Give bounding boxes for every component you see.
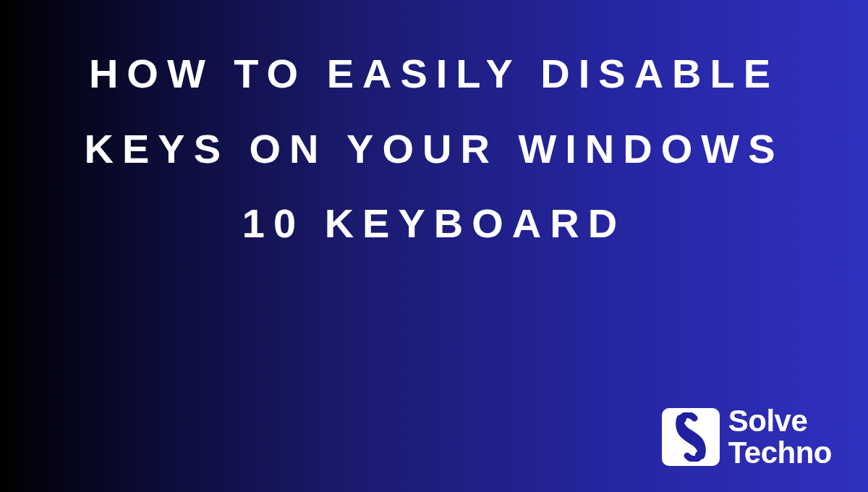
svg-point-0 [678, 415, 686, 423]
brand-name-line1: Solve [728, 405, 832, 437]
brand-logo: Solve Techno [662, 405, 832, 469]
solve-techno-logo-icon [662, 408, 720, 466]
brand-name-line2: Techno [728, 437, 832, 469]
page-title: HOW TO EASILY DISABLE KEYS ON YOUR WINDO… [0, 36, 868, 261]
brand-name: Solve Techno [728, 405, 832, 469]
svg-point-1 [695, 451, 704, 459]
